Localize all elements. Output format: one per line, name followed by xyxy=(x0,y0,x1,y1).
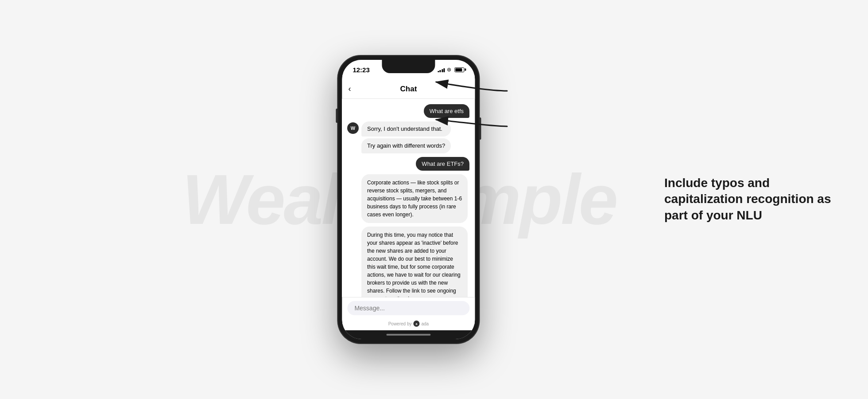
phone-screen: 12:23 ⊛ ‹ Chat xyxy=(342,60,475,339)
wifi-icon: ⊛ xyxy=(447,66,451,73)
battery-fill xyxy=(455,68,462,71)
bot-message-2a: Corporate actions — like stock splits or… xyxy=(361,174,468,223)
annotation-area: Include typos and capitalization recogni… xyxy=(664,175,833,223)
annotation-text: Include typos and capitalization recogni… xyxy=(664,175,833,223)
phone-notch xyxy=(382,60,435,73)
chat-title: Chat xyxy=(400,85,417,94)
signal-bar-2 xyxy=(439,70,441,72)
powered-by: Powered by a ada xyxy=(342,319,475,330)
powered-by-label: Powered by xyxy=(388,321,412,326)
phone-outer: 12:23 ⊛ ‹ Chat xyxy=(337,55,479,344)
status-time: 12:23 xyxy=(353,66,369,74)
signal-bar-3 xyxy=(442,69,443,72)
signal-bar-1 xyxy=(438,71,439,72)
home-indicator xyxy=(342,330,475,339)
back-button[interactable]: ‹ xyxy=(348,84,351,94)
battery-icon xyxy=(454,67,464,72)
chat-header: ‹ Chat xyxy=(342,79,475,99)
home-bar xyxy=(386,334,430,336)
phone-mockup: 12:23 ⊛ ‹ Chat xyxy=(337,55,479,344)
bot-bubbles-1: Sorry, I don't understand that. Try agai… xyxy=(361,121,451,153)
ada-brand: ada xyxy=(421,321,429,326)
messages-area: What are etfs W Sorry, I don't understan… xyxy=(342,99,475,297)
bot-bubble-1b: Try again with different words? xyxy=(361,138,451,153)
status-icons: ⊛ xyxy=(438,66,465,73)
signal-bar-4 xyxy=(443,68,445,72)
bot-message-1: W Sorry, I don't understand that. Try ag… xyxy=(347,121,469,153)
bot-message-2b: During this time, you may notice that yo… xyxy=(361,227,468,297)
signal-icon xyxy=(438,67,445,72)
ada-logo: a xyxy=(413,321,419,327)
user-message-1: What are etfs xyxy=(424,104,469,118)
user-message-2: What are ETFs? xyxy=(416,157,470,171)
bot-bubble-1a: Sorry, I don't understand that. xyxy=(361,121,451,137)
message-input[interactable] xyxy=(347,301,469,315)
input-bar xyxy=(342,297,475,319)
bot-avatar: W xyxy=(347,122,359,134)
